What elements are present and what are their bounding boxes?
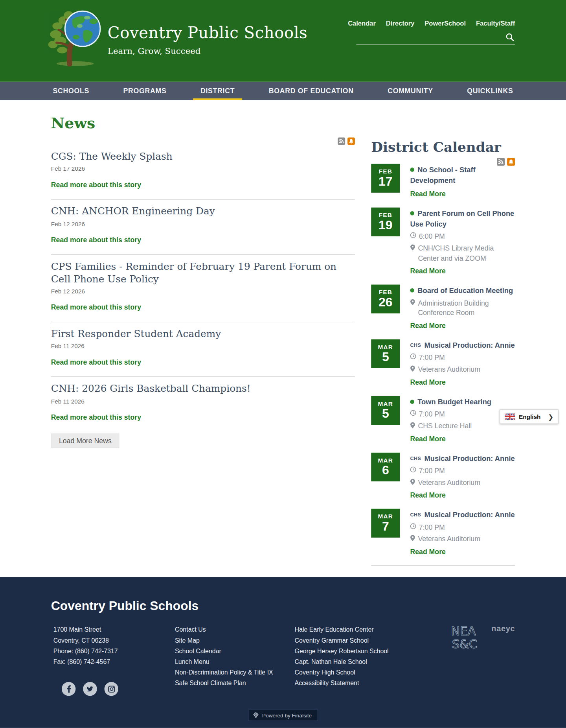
- footer-address: 1700 Main Street Coventry, CT 06238 Phon…: [51, 625, 175, 696]
- location-pin-icon: [410, 244, 415, 251]
- footer-link[interactable]: Capt. Nathan Hale School: [295, 656, 434, 667]
- district-logo[interactable]: [48, 6, 105, 69]
- footer-link[interactable]: Site Map: [175, 635, 295, 646]
- address-line: Phone: (860) 742-7317: [53, 646, 175, 656]
- language-selector[interactable]: English ❯: [500, 409, 559, 424]
- page-title: News: [51, 114, 355, 132]
- event-read-more-link[interactable]: Read More: [410, 491, 446, 499]
- read-more-link[interactable]: Read more about this story: [51, 181, 141, 188]
- main-nav-label: COMMUNITY: [388, 87, 433, 95]
- event-title-link[interactable]: Board of Education Meeting: [410, 285, 515, 296]
- event-body: Board of Education Meeting Administratio…: [410, 285, 515, 330]
- footer-link[interactable]: Hale Early Education Center: [295, 625, 434, 635]
- event-title-link[interactable]: Town Budget Hearing: [410, 396, 491, 407]
- event-time-text: 7:00 PM: [419, 352, 445, 363]
- calendar-heading: District Calendar: [371, 139, 515, 155]
- main-nav-item[interactable]: QUICKLINKS: [465, 82, 515, 100]
- news-title-link[interactable]: CPS Families - Reminder of February 19 P…: [51, 260, 355, 286]
- event-body: CHSMusical Production: Annie 7:00 PM Vet…: [410, 509, 515, 556]
- read-more-link[interactable]: Read more about this story: [51, 358, 141, 366]
- footer-link[interactable]: Coventry High School: [295, 667, 434, 678]
- event-title-text: Musical Production: Annie: [424, 341, 515, 349]
- brand-block: Coventry Public Schools Learn, Grow, Suc…: [108, 24, 307, 56]
- event-title-text: Board of Education Meeting: [417, 287, 513, 295]
- news-title-link[interactable]: CGS: The Weekly Splash: [51, 150, 355, 163]
- event-read-more-link[interactable]: Read More: [410, 190, 446, 197]
- location-pin-icon: [410, 299, 415, 306]
- event-location-text: CNH/CHS Library Media Center and via ZOO…: [418, 243, 515, 263]
- event-title-text: Musical Production: Annie: [424, 454, 515, 462]
- event-title-link[interactable]: CHSMusical Production: Annie: [410, 340, 515, 350]
- read-more-link[interactable]: Read more about this story: [51, 303, 141, 311]
- event-title-link[interactable]: CHSMusical Production: Annie: [410, 509, 515, 520]
- svg-text:S&C: S&C: [452, 637, 478, 651]
- footer-link[interactable]: School Calendar: [175, 646, 295, 656]
- instagram-icon[interactable]: [105, 682, 118, 696]
- language-label: English: [519, 413, 540, 420]
- news-date: Feb 17 2026: [51, 166, 355, 173]
- footer-link[interactable]: Lunch Menu: [175, 656, 295, 667]
- event-month: FEB: [371, 289, 400, 296]
- calendar-event: MAR 7 CHSMusical Production: Annie 7:00 …: [371, 509, 515, 556]
- utility-nav-link[interactable]: Directory: [386, 20, 415, 27]
- bell-icon[interactable]: [347, 137, 355, 145]
- footer-heading: Coventry Public Schools: [51, 599, 515, 614]
- event-title-text: Town Budget Hearing: [417, 398, 491, 405]
- event-title-text: No School - Staff Development: [410, 166, 475, 184]
- facebook-icon[interactable]: [62, 682, 75, 696]
- search-input[interactable]: [356, 29, 501, 44]
- main-nav-item[interactable]: PROGRAMS: [121, 82, 168, 100]
- event-title-link[interactable]: No School - Staff Development: [410, 164, 515, 186]
- event-title-link[interactable]: CHSMusical Production: Annie: [410, 453, 515, 463]
- main-nav: SCHOOLS PROGRAMS DISTRICT BOARD OF EDUCA…: [0, 82, 566, 100]
- clock-icon: [410, 354, 416, 359]
- news-date: Feb 11 2026: [51, 398, 355, 405]
- twitter-icon[interactable]: [83, 682, 97, 696]
- news-title-link[interactable]: First Responder Student Academy: [51, 328, 355, 341]
- footer-link[interactable]: Coventry Grammar School: [295, 635, 434, 646]
- site-footer: Coventry Public Schools 1700 Main Street…: [0, 577, 566, 728]
- utility-nav-link[interactable]: PowerSchool: [424, 20, 466, 27]
- calendar-event: FEB 26 Board of Education Meeting Admini…: [371, 285, 515, 330]
- news-title-link[interactable]: CNH: 2026 Girls Basketball Champions!: [51, 383, 355, 395]
- footer-link[interactable]: Accessibility Statement: [295, 678, 434, 688]
- event-read-more-link[interactable]: Read More: [410, 378, 446, 386]
- chevron-right-icon: ❯: [548, 413, 553, 420]
- site-header: Coventry Public Schools Learn, Grow, Suc…: [0, 0, 566, 82]
- event-time: 7:00 PM: [410, 522, 515, 532]
- main-nav-item[interactable]: DISTRICT: [198, 82, 237, 100]
- event-date-badge: MAR 7: [371, 509, 400, 538]
- event-read-more-link[interactable]: Read More: [410, 267, 446, 275]
- event-read-more-link[interactable]: Read More: [410, 435, 446, 442]
- footer-link[interactable]: Non-Discrimination Policy & Title IX: [175, 667, 295, 678]
- event-month: MAR: [371, 513, 400, 520]
- page-root: Coventry Public Schools Learn, Grow, Suc…: [0, 0, 566, 728]
- site-title[interactable]: Coventry Public Schools: [108, 24, 307, 41]
- footer-link[interactable]: George Hersey Robertson School: [295, 646, 434, 656]
- footer-link[interactable]: Contact Us: [175, 625, 295, 635]
- utility-nav-link[interactable]: Faculty/Staff: [476, 20, 515, 27]
- load-more-news-button[interactable]: Load More News: [51, 433, 119, 448]
- footer-link[interactable]: Safe School Climate Plan: [175, 678, 295, 688]
- news-list-item: CNH: 2026 Girls Basketball Champions! Fe…: [51, 377, 355, 431]
- event-day: 6: [371, 464, 400, 477]
- event-read-more-link[interactable]: Read More: [410, 322, 446, 330]
- read-more-link[interactable]: Read more about this story: [51, 236, 141, 243]
- powered-by-finalsite-badge[interactable]: Powered by Finalsite: [248, 710, 318, 721]
- search-icon[interactable]: [506, 33, 514, 41]
- event-read-more-link[interactable]: Read More: [410, 548, 446, 556]
- event-location: Veterans Auditorium: [410, 534, 515, 544]
- event-body: CHSMusical Production: Annie 7:00 PM Vet…: [410, 452, 515, 499]
- rss-icon[interactable]: [338, 137, 345, 145]
- main-nav-item[interactable]: COMMUNITY: [386, 82, 435, 100]
- utility-nav-link[interactable]: Calendar: [348, 20, 376, 27]
- event-title-link[interactable]: Parent Forum on Cell Phone Use Policy: [410, 208, 515, 229]
- event-body: Parent Forum on Cell Phone Use Policy 6:…: [410, 207, 515, 275]
- news-title-link[interactable]: CNH: ANCHOR Engineering Day: [51, 205, 355, 218]
- main-nav-item[interactable]: SCHOOLS: [51, 82, 91, 100]
- main-nav-item[interactable]: BOARD OF EDUCATION: [267, 82, 355, 100]
- event-time: 7:00 PM: [410, 352, 515, 363]
- tree-globe-logo-icon: [48, 6, 105, 67]
- news-section: News CGS: The Weekly Splash Feb 17 2026 …: [51, 100, 355, 577]
- read-more-link[interactable]: Read more about this story: [51, 413, 141, 421]
